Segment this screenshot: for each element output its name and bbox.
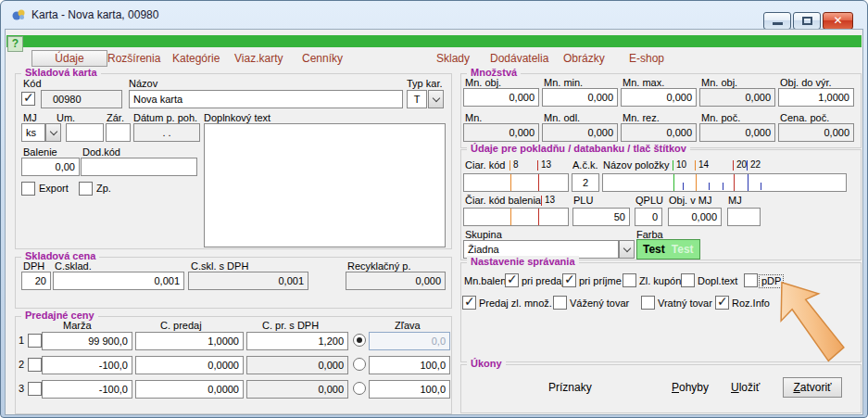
ruler-line-orange [510,174,511,191]
typ-kar-dropdown-button[interactable] [428,90,444,108]
ruler-mark-orange [695,160,696,171]
vratny-tovar-checkbox[interactable] [641,296,655,310]
tab-cenniky[interactable]: Cenníky [302,52,343,65]
close-button[interactable]: ✕ [823,12,853,30]
tab-obrazky[interactable]: Obrázky [563,52,605,65]
mn-min-field[interactable]: 0,000 [542,88,618,107]
mj2-field[interactable] [727,208,761,226]
recyklacny-field[interactable]: 0,000 [346,272,446,290]
group-mnozstva: Množstvá Mn. obj. Mn. min. Mn. max. Mn. … [460,73,862,148]
zlava-field-1[interactable]: 0,0 [369,332,450,350]
tab-kategorie[interactable]: Kategórie [172,52,220,65]
mn-poc-field[interactable]: 0,000 [699,123,775,142]
nazov-field[interactable]: Nova karta [129,90,403,108]
mn-rez-field[interactable]: 0,000 [621,123,697,142]
c-predaj-field-2[interactable]: 0,0000 [135,356,244,374]
price-row3-checkbox[interactable] [28,382,42,396]
farba-sample-text-1: Test [643,243,665,256]
price-row1-checkbox[interactable] [28,334,42,348]
dopl-text-checkbox[interactable] [681,273,695,287]
mj-field[interactable]: ks [21,123,45,142]
skupina-dropdown-button[interactable] [619,240,635,259]
c-pr-s-dph-field-1[interactable]: 1,200 [246,332,348,350]
chevron-down-icon [432,94,439,101]
obj-v-mj-field[interactable]: 0,000 [668,208,722,226]
ciar-kod-field[interactable] [463,173,569,192]
marza-field-1[interactable]: 99 900,0 [42,332,132,350]
qplu-field[interactable]: 0 [635,208,662,226]
mn-field[interactable]: 0,000 [463,123,539,142]
ulozit-button[interactable]: Uložiť [731,381,760,394]
mn-max-field[interactable]: 0,000 [621,88,697,107]
plu-field[interactable]: 50 [572,208,630,226]
um-field[interactable] [66,123,104,142]
ruler-mark-orange [509,160,510,171]
c-pr-s-dph-header: C. pr. s DPH [262,320,319,332]
export-checkbox[interactable] [21,182,35,196]
maximize-button[interactable] [793,12,821,30]
dph-field[interactable]: 20 [21,272,51,290]
group-predajne-ceny: Predajné ceny Marža C. predaj C. pr. s D… [15,316,452,414]
typ-kar-field[interactable]: T [407,90,427,108]
titlebar[interactable]: Karta - Nova karta, 00980 ✕ [1,1,867,29]
pohyby-button[interactable]: Pohyby [672,381,709,394]
predaj-zl-mnoz-checkbox[interactable] [462,296,476,310]
ruler-mark-red [541,196,542,206]
tab-eshop[interactable]: E-shop [629,52,664,65]
tab-udaje[interactable]: Údaje [31,50,107,67]
zlava-field-3[interactable]: 100,0 [369,380,450,399]
ack-field[interactable]: 2 [572,173,599,192]
farba-color-preview[interactable]: Test Test [636,239,700,260]
pri-prijme-checkbox[interactable] [562,273,576,287]
balenie-field[interactable]: 0,00 [21,158,80,176]
pdp-checkbox[interactable] [744,273,758,287]
vazeny-tovar-label: Vážený tovar [570,298,629,310]
tab-sklady[interactable]: Sklady [436,52,470,65]
cena-poc-field[interactable]: 0,000 [778,123,854,142]
obj-do-vyr-field[interactable]: 1,0000 [778,88,854,107]
doplnkovy-text-textarea[interactable] [204,123,446,247]
cskl-s-dph-field[interactable]: 0,001 [188,272,308,290]
datum-p-poh-field[interactable]: . . [133,123,200,142]
zl-kupon-checkbox[interactable] [623,273,636,287]
tab-viaz-karty[interactable]: Viaz.karty [234,52,283,65]
nazov-polozky-field[interactable] [602,173,847,192]
zar-field[interactable] [106,123,131,142]
zp-label: Zp. [96,183,111,195]
vazeny-tovar-checkbox[interactable] [553,296,567,310]
c-pr-s-dph-field-2[interactable]: 0,000 [246,356,348,374]
group-skladova-cena: Skladová cena DPH 20 C.sklad. 0,001 C.sk… [15,257,452,309]
c-predaj-field-3[interactable]: 0,0000 [135,380,244,399]
zlava-header: Zľava [395,320,421,332]
priznaky-button[interactable]: Príznaky [548,381,592,394]
dod-kod-field[interactable] [81,158,197,176]
marza-field-3[interactable]: -100,0 [42,380,132,399]
help-button[interactable]: ? [7,36,23,52]
price-row2-checkbox[interactable] [28,358,42,372]
tab-dodavatelia[interactable]: Dodávatelia [490,52,548,65]
mn-obj2-field[interactable]: 0,000 [699,88,775,107]
mn-odl-field[interactable]: 0,000 [542,123,618,142]
pri-predaji-checkbox[interactable] [505,273,519,287]
kod-field[interactable]: 00980 [41,90,122,108]
price-row3-radio[interactable] [353,382,366,395]
marza-field-2[interactable]: -100,0 [42,356,132,374]
ulozit-accesskey: U [731,381,739,394]
csklad-field[interactable]: 0,001 [53,272,184,290]
mj-dropdown-button[interactable] [45,123,61,142]
zp-checkbox[interactable] [79,182,93,196]
price-row1-radio[interactable] [353,334,366,347]
kod-checkbox[interactable] [21,92,35,106]
tab-rozsirenia[interactable]: Rozšírenia [107,52,160,65]
mn-obj-field[interactable]: 0,000 [463,88,539,107]
c-pr-s-dph-field-3[interactable]: 0,000 [246,380,348,399]
minimize-button[interactable] [763,12,791,30]
ulozit-label: ložiť [739,381,761,394]
ciar-kod-balenia-field[interactable] [463,208,569,226]
marza-header: Marža [63,320,92,332]
c-predaj-field-1[interactable]: 1,0000 [135,332,244,350]
zatvorit-button[interactable]: Zatvoriť [783,377,842,398]
zlava-field-2[interactable]: 100,0 [369,356,450,374]
price-row2-radio[interactable] [353,358,366,371]
roz-info-checkbox[interactable] [715,296,729,310]
